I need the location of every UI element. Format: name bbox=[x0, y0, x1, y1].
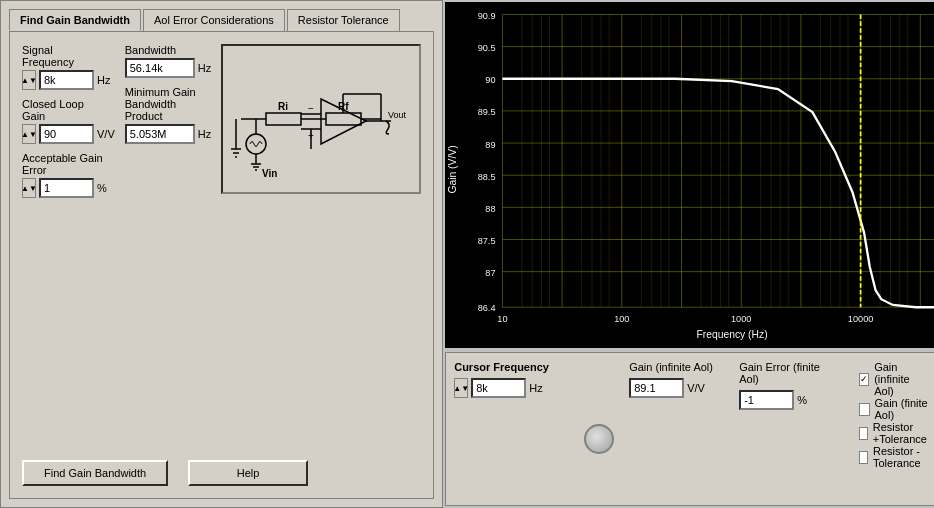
gain-infinite-section: Gain (infinite Aol) V/V bbox=[629, 361, 729, 497]
legend-label-gain-infinite: Gain (infinite Aol) bbox=[874, 361, 931, 397]
bandwidth-label: Bandwidth bbox=[125, 44, 211, 56]
bandwidth-unit: Hz bbox=[198, 62, 211, 74]
svg-text:1000: 1000 bbox=[731, 314, 751, 324]
legend-item-gain-finite: Gain (finite Aol) bbox=[859, 397, 934, 421]
legend-checkbox-resistor-minus[interactable] bbox=[859, 451, 868, 464]
legend-label-gain-finite: Gain (finite Aol) bbox=[875, 397, 932, 421]
form-fields-right: Bandwidth Hz Minimum GainBandwidth Produ… bbox=[125, 44, 211, 450]
svg-text:89: 89 bbox=[486, 140, 496, 150]
svg-text:Frequency (Hz): Frequency (Hz) bbox=[697, 329, 768, 340]
acceptable-gain-error-label: Acceptable GainError bbox=[22, 152, 115, 176]
signal-frequency-input[interactable] bbox=[39, 70, 94, 90]
legend-label-resistor-minus: Resistor -Tolerance bbox=[873, 445, 931, 469]
closed-loop-gain-input[interactable] bbox=[39, 124, 94, 144]
legend-item-resistor-minus: Resistor -Tolerance bbox=[859, 445, 934, 469]
svg-text:87: 87 bbox=[486, 268, 496, 278]
left-panel: Find Gain Bandwidth Aol Error Considerat… bbox=[0, 0, 443, 508]
svg-point-24 bbox=[246, 134, 266, 154]
svg-text:Gain (V/V): Gain (V/V) bbox=[448, 145, 459, 193]
min-gain-bandwidth-unit: Hz bbox=[198, 128, 211, 140]
legend-checkbox-resistor-plus[interactable] bbox=[859, 427, 868, 440]
gain-infinite-label: Gain (infinite Aol) bbox=[629, 361, 729, 373]
cursor-frequency-label: Cursor Frequency bbox=[454, 361, 574, 373]
cursor-section: Cursor Frequency ▲▼ Hz bbox=[454, 361, 574, 497]
closed-loop-gain-group: Closed LoopGain ▲▼ V/V bbox=[22, 98, 115, 144]
svg-text:10000: 10000 bbox=[848, 314, 874, 324]
closed-loop-gain-spinner[interactable]: ▲▼ bbox=[22, 124, 36, 144]
circuit-svg: Ri Rf − + bbox=[226, 49, 416, 189]
help-button[interactable]: Help bbox=[188, 460, 308, 486]
svg-text:88.5: 88.5 bbox=[478, 172, 496, 182]
tab-bar: Find Gain Bandwidth Aol Error Considerat… bbox=[9, 9, 434, 31]
closed-loop-gain-unit: V/V bbox=[97, 128, 115, 140]
svg-rect-10 bbox=[326, 113, 361, 125]
acceptable-gain-error-group: Acceptable GainError ▲▼ % bbox=[22, 152, 115, 198]
min-gain-bandwidth-label: Minimum GainBandwidth Product bbox=[125, 86, 211, 122]
gain-error-input[interactable] bbox=[739, 390, 794, 410]
bottom-buttons: Find Gain Bandwidth Help bbox=[22, 460, 421, 486]
svg-text:−: − bbox=[308, 103, 314, 114]
bandwidth-group: Bandwidth Hz bbox=[125, 44, 211, 78]
right-panel: 90.9 90.5 90 89.5 89 88.5 88 87.5 87 86.… bbox=[443, 0, 934, 508]
min-gain-bandwidth-input[interactable] bbox=[125, 124, 195, 144]
acceptable-gain-error-spinner[interactable]: ▲▼ bbox=[22, 178, 36, 198]
svg-text:Vout: Vout bbox=[388, 110, 407, 120]
gain-infinite-input[interactable] bbox=[629, 378, 684, 398]
gain-error-section: Gain Error (finite Aol) % bbox=[739, 361, 839, 497]
circuit-diagram: Ri Rf − + bbox=[221, 44, 421, 194]
signal-frequency-spinner[interactable]: ▲▼ bbox=[22, 70, 36, 90]
svg-text:10: 10 bbox=[497, 314, 507, 324]
legend-item-resistor-plus: Resistor +Tolerance bbox=[859, 421, 934, 445]
svg-rect-6 bbox=[266, 113, 301, 125]
svg-text:100: 100 bbox=[614, 314, 629, 324]
tab-resistor-tolerance[interactable]: Resistor Tolerance bbox=[287, 9, 400, 31]
svg-text:87.5: 87.5 bbox=[478, 236, 496, 246]
acceptable-gain-error-unit: % bbox=[97, 182, 107, 194]
svg-text:89.5: 89.5 bbox=[478, 108, 496, 118]
acceptable-gain-error-input[interactable] bbox=[39, 178, 94, 198]
gain-error-unit: % bbox=[797, 394, 807, 406]
signal-frequency-label: SignalFrequency bbox=[22, 44, 115, 68]
svg-text:90.9: 90.9 bbox=[478, 11, 496, 21]
gain-infinite-unit: V/V bbox=[687, 382, 705, 394]
signal-frequency-group: SignalFrequency ▲▼ Hz bbox=[22, 44, 115, 90]
chart-svg: 90.9 90.5 90 89.5 89 88.5 88 87.5 87 86.… bbox=[445, 2, 934, 348]
svg-text:Ri: Ri bbox=[278, 101, 288, 112]
signal-frequency-unit: Hz bbox=[97, 74, 110, 86]
find-gain-bandwidth-button[interactable]: Find Gain Bandwidth bbox=[22, 460, 168, 486]
tab-content: SignalFrequency ▲▼ Hz Closed LoopGain ▲▼… bbox=[9, 31, 434, 499]
svg-text:90.5: 90.5 bbox=[478, 43, 496, 53]
cursor-radio-section bbox=[584, 361, 619, 497]
svg-text:90: 90 bbox=[486, 75, 496, 85]
cursor-frequency-input[interactable] bbox=[471, 378, 526, 398]
legend-item-gain-infinite: ✓ Gain (infinite Aol) bbox=[859, 361, 934, 397]
min-gain-bandwidth-group: Minimum GainBandwidth Product Hz bbox=[125, 86, 211, 144]
legend-container: ✓ Gain (infinite Aol) Gain (finite Aol) … bbox=[859, 361, 934, 497]
legend-checkbox-gain-finite[interactable] bbox=[859, 403, 869, 416]
closed-loop-gain-label: Closed LoopGain bbox=[22, 98, 115, 122]
legend-label-resistor-plus: Resistor +Tolerance bbox=[873, 421, 932, 445]
svg-text:86.4: 86.4 bbox=[478, 303, 496, 313]
svg-text:88: 88 bbox=[486, 204, 496, 214]
chart-container: 90.9 90.5 90 89.5 89 88.5 88 87.5 87 86.… bbox=[445, 2, 934, 348]
form-fields: SignalFrequency ▲▼ Hz Closed LoopGain ▲▼… bbox=[22, 44, 115, 450]
tab-find-gain-bandwidth[interactable]: Find Gain Bandwidth bbox=[9, 9, 141, 31]
cursor-frequency-unit: Hz bbox=[529, 382, 542, 394]
bandwidth-input[interactable] bbox=[125, 58, 195, 78]
tab-aol-error[interactable]: Aol Error Considerations bbox=[143, 9, 285, 31]
cursor-spinner[interactable]: ▲▼ bbox=[454, 378, 468, 398]
legend-checkbox-gain-infinite[interactable]: ✓ bbox=[859, 373, 869, 386]
cursor-radio-button[interactable] bbox=[584, 424, 614, 454]
gain-error-label: Gain Error (finite Aol) bbox=[739, 361, 839, 385]
svg-text:Vin: Vin bbox=[262, 168, 277, 179]
bottom-controls: Cursor Frequency ▲▼ Hz Gain (infinite Ao… bbox=[445, 352, 934, 506]
